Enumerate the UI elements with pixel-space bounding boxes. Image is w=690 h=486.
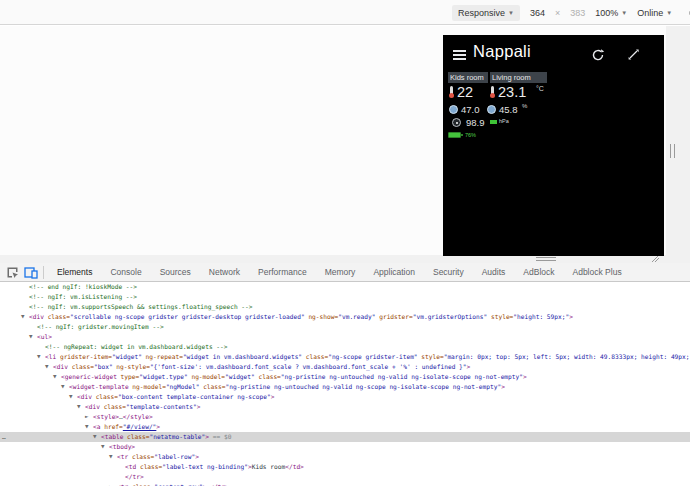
tab-network[interactable]: Network — [200, 263, 249, 281]
inspect-cursor-icon — [6, 266, 19, 279]
chevron-down-icon: ▼ — [666, 10, 672, 16]
elements-tree: <!-- end ngIf: !kioskMode --><!-- ngIf: … — [0, 282, 690, 486]
toolbar-divider — [43, 266, 44, 279]
humidity-living: 45.8 — [499, 104, 518, 115]
humidity-icon — [487, 105, 496, 114]
device-type-label: Responsive — [458, 8, 505, 18]
dimension-separator: × — [555, 8, 560, 18]
viewport-resize-handle-horizontal[interactable] — [536, 257, 556, 261]
tab-application[interactable]: Application — [364, 263, 424, 281]
room-label-living[interactable]: Living room — [490, 72, 547, 83]
thermometer-icon — [449, 86, 454, 98]
tree-toggle-icon[interactable]: ▼ — [93, 432, 101, 442]
tab-adblock[interactable]: AdBlock — [514, 263, 563, 281]
tab-console[interactable]: Console — [101, 263, 150, 281]
humidity-icon — [449, 105, 458, 114]
tab-elements[interactable]: Elements — [48, 263, 101, 281]
code-line[interactable]: ►<tr class="content-row">…</tr> — [0, 482, 690, 486]
viewport-resize-handle-vertical[interactable] — [670, 144, 675, 158]
gutter-ellipsis[interactable]: … — [2, 432, 5, 442]
code-line[interactable]: <!-- ngIf: vm.supportsSpeech && settings… — [0, 302, 690, 312]
tree-toggle-icon[interactable]: ▼ — [109, 452, 117, 462]
pressure-gauge-icon — [452, 118, 461, 127]
code-line[interactable]: ▼<div class="box-content template-contai… — [0, 392, 690, 402]
tab-security[interactable]: Security — [424, 263, 473, 281]
code-line[interactable]: ▼<div class="template-contents"> — [0, 402, 690, 412]
tree-toggle-icon[interactable]: ► — [109, 482, 117, 486]
thermometer-icon — [490, 86, 495, 98]
room-label-kids[interactable]: Kids room — [448, 72, 488, 83]
code-line[interactable]: ▼<widget-template ng-model="ngModel" cla… — [0, 382, 690, 392]
device-toolbar-icon — [24, 266, 38, 279]
pressure-value: 98.9 — [466, 117, 485, 128]
tree-toggle-icon[interactable]: ▼ — [101, 442, 109, 452]
tree-toggle-icon[interactable]: ▼ — [69, 392, 77, 402]
humidity-kids: 47.0 — [461, 104, 480, 115]
expand-icon[interactable] — [627, 48, 640, 61]
code-line[interactable]: ▼<li gridster-item="widget" ng-repeat="w… — [0, 352, 690, 362]
code-line[interactable]: <td class="label-text ng-binding">Kids r… — [0, 462, 690, 472]
code-line[interactable]: ▼<tr class="label-row"> — [0, 452, 690, 462]
code-line[interactable]: ►<style>…</style> — [0, 412, 690, 422]
toggle-device-toolbar-button[interactable] — [24, 265, 38, 279]
tree-toggle-icon[interactable]: ► — [85, 412, 93, 422]
battery-icon — [448, 132, 461, 138]
tree-toggle-icon[interactable]: ▼ — [85, 422, 93, 432]
tab-sources[interactable]: Sources — [151, 263, 200, 281]
code-line[interactable]: <!-- end ngIf: !kioskMode --> — [0, 282, 690, 292]
tree-toggle-icon[interactable]: ▼ — [37, 352, 45, 362]
code-line[interactable]: ▼<ul> — [0, 332, 690, 342]
pressure-unit: hPa — [499, 118, 509, 124]
tree-toggle-icon[interactable]: ▼ — [29, 332, 37, 342]
tree-toggle-icon[interactable]: ▼ — [53, 372, 61, 382]
chevron-down-icon: ▼ — [621, 10, 627, 16]
devtools-tabbar: ElementsConsoleSourcesNetworkPerformance… — [0, 263, 690, 282]
battery-percent: 76% — [465, 132, 476, 138]
tree-toggle-icon[interactable]: ▼ — [45, 362, 53, 372]
tree-toggle-icon[interactable]: ▼ — [77, 402, 85, 412]
throttling-label: Online — [637, 8, 663, 18]
code-line[interactable]: ▼<tbody> — [0, 442, 690, 452]
code-line[interactable]: ▼<generic-widget type="widget.type" ng-m… — [0, 372, 690, 382]
tab-adblock-plus[interactable]: Adblock Plus — [564, 263, 631, 281]
tab-memory[interactable]: Memory — [316, 263, 365, 281]
app-title: Nappali — [473, 42, 531, 61]
viewport-width-field[interactable]: 364 — [530, 8, 545, 18]
viewport-height-field[interactable]: 383 — [570, 8, 585, 18]
status-chip — [490, 120, 497, 124]
code-line[interactable]: </tr> — [0, 472, 690, 482]
device-viewport: Nappali Kids room Living room 22 23.1 °C… — [443, 35, 664, 256]
tab-audits[interactable]: Audits — [473, 263, 515, 281]
code-line[interactable]: ▼<a href="#/view/"> — [0, 422, 690, 432]
code-line[interactable]: <!-- ngRepeat: widget in vm.dashboard.wi… — [0, 342, 690, 352]
code-line[interactable]: <!-- ngIf: vm.isListening --> — [0, 292, 690, 302]
viewport-resize-handle-corner[interactable] — [648, 255, 660, 263]
tab-performance[interactable]: Performance — [249, 263, 316, 281]
temperature-kids: 22 — [457, 84, 473, 100]
tree-toggle-icon[interactable]: ▼ — [21, 312, 29, 322]
temperature-living: 23.1 — [498, 84, 526, 100]
code-line[interactable]: ▼<div class="box" ng-style="{'font-size'… — [0, 362, 690, 372]
network-throttling-dropdown[interactable]: Online ▼ — [637, 8, 672, 18]
code-line[interactable]: <!-- ngIf: gridster.movingItem --> — [0, 322, 690, 332]
inspect-element-button[interactable] — [5, 265, 19, 279]
code-line-selected[interactable]: ▼<table class="netatmo-table"> == $0… — [0, 432, 690, 442]
refresh-icon[interactable] — [591, 48, 605, 62]
zoom-level: 100% — [595, 8, 618, 18]
tree-toggle-icon[interactable]: ▼ — [61, 382, 69, 392]
zoom-dropdown[interactable]: 100% ▼ — [595, 8, 627, 18]
menu-icon[interactable] — [453, 50, 466, 60]
chevron-down-icon: ▼ — [508, 10, 514, 16]
humidity-unit: % — [522, 103, 527, 109]
code-line[interactable]: ▼<div class="scrollable ng-scope gridste… — [0, 312, 690, 322]
device-type-dropdown[interactable]: Responsive ▼ — [452, 5, 520, 21]
viewport-bottom-gutter — [0, 255, 690, 263]
temperature-unit: °C — [536, 85, 544, 92]
device-toolbar: Responsive ▼ 364 × 383 100% ▼ Online ▼ — [0, 0, 690, 25]
